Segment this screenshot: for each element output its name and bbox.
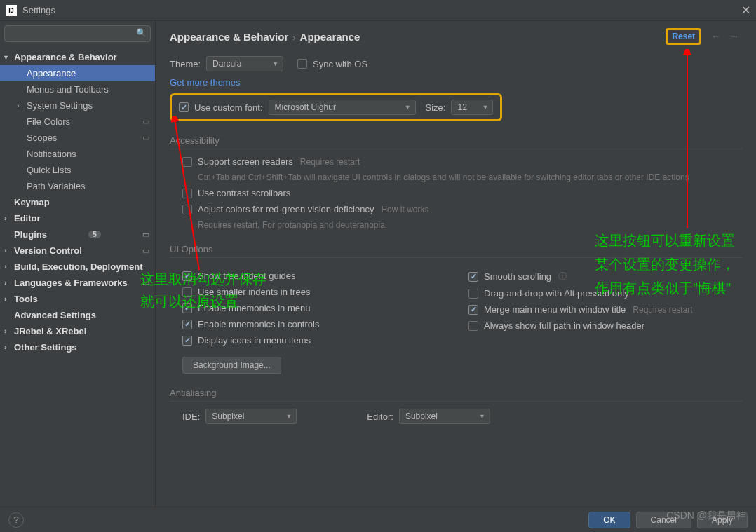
smooth-scrolling-checkbox[interactable] bbox=[468, 272, 478, 282]
sidebar-item-build-execution-deployment[interactable]: ›Build, Execution, Deployment bbox=[0, 259, 155, 275]
sidebar-item-notifications[interactable]: Notifications bbox=[0, 146, 155, 162]
cancel-button[interactable]: Cancel bbox=[636, 512, 691, 528]
mnemonics-menu-checkbox[interactable] bbox=[182, 303, 192, 313]
close-icon[interactable]: ✕ bbox=[741, 4, 750, 17]
back-icon[interactable]: ← bbox=[711, 31, 721, 42]
mnemonics-controls-checkbox[interactable] bbox=[182, 320, 192, 329]
sidebar-item-menus-and-toolbars[interactable]: Menus and Toolbars bbox=[0, 81, 155, 97]
font-select[interactable]: Microsoft Uighur▼ bbox=[269, 100, 416, 115]
font-size-label: Size: bbox=[426, 102, 446, 113]
project-badge-icon: ▭ bbox=[142, 278, 149, 287]
chevron-icon: › bbox=[4, 279, 6, 287]
search-icon: 🔍 bbox=[136, 28, 147, 38]
smaller-indents-checkbox[interactable] bbox=[182, 287, 192, 297]
sidebar-item-other-settings[interactable]: ›Other Settings bbox=[0, 339, 155, 355]
chevron-icon: › bbox=[4, 295, 6, 303]
aa-ide-select[interactable]: Subpixel▼ bbox=[205, 409, 297, 424]
ui-options-section: UI Options bbox=[170, 244, 742, 258]
font-size-select[interactable]: 12▼ bbox=[451, 100, 493, 115]
project-badge-icon: ▭ bbox=[142, 246, 149, 255]
settings-tree: ▾Appearance & BehaviorAppearanceMenus an… bbox=[0, 46, 155, 507]
theme-label: Theme: bbox=[170, 59, 201, 69]
chevron-icon: › bbox=[17, 102, 19, 109]
sidebar-item-languages-frameworks[interactable]: ›Languages & Frameworks▭ bbox=[0, 275, 155, 291]
screen-readers-checkbox[interactable] bbox=[182, 157, 192, 167]
use-custom-font-label: Use custom font: bbox=[194, 102, 263, 113]
sync-os-checkbox[interactable] bbox=[297, 59, 307, 69]
nav-arrows: ← → bbox=[708, 31, 742, 42]
sidebar-item-advanced-settings[interactable]: Advanced Settings bbox=[0, 307, 155, 323]
how-it-works-link[interactable]: How it works bbox=[381, 205, 428, 214]
chevron-icon: › bbox=[4, 263, 6, 271]
sidebar-item-appearance-behavior[interactable]: ▾Appearance & Behavior bbox=[0, 49, 155, 65]
sidebar-item-plugins[interactable]: Plugins5▭ bbox=[0, 226, 155, 243]
ok-button[interactable]: OK bbox=[588, 512, 630, 528]
sidebar-item-editor[interactable]: ›Editor bbox=[0, 210, 155, 226]
sidebar-item-version-control[interactable]: ›Version Control▭ bbox=[0, 243, 155, 259]
background-image-button[interactable]: Background Image... bbox=[182, 357, 281, 374]
window-title: Settings bbox=[22, 5, 55, 15]
sidebar-item-tools[interactable]: ›Tools bbox=[0, 291, 155, 307]
dialog-footer: ? OK Cancel Apply bbox=[0, 507, 756, 532]
sidebar-item-appearance[interactable]: Appearance bbox=[0, 65, 155, 81]
breadcrumb: Appearance & Behavior›Appearance bbox=[170, 31, 360, 43]
font-highlight: Use custom font: Microsoft Uighur▼ Size:… bbox=[170, 93, 502, 121]
accessibility-section: Accessibility bbox=[170, 135, 742, 149]
sidebar-item-file-colors[interactable]: File Colors▭ bbox=[0, 114, 155, 130]
sync-os-label: Sync with OS bbox=[313, 59, 367, 69]
sidebar-item-path-variables[interactable]: Path Variables bbox=[0, 178, 155, 194]
help-icon[interactable]: ? bbox=[8, 512, 24, 528]
sidebar-item-scopes[interactable]: Scopes▭ bbox=[0, 130, 155, 146]
search-input[interactable] bbox=[4, 25, 151, 42]
sidebar-item-jrebel-xrebel[interactable]: ›JRebel & XRebel bbox=[0, 323, 155, 339]
color-deficiency-checkbox[interactable] bbox=[182, 205, 192, 214]
merge-menu-checkbox[interactable] bbox=[468, 305, 478, 315]
display-icons-checkbox[interactable] bbox=[182, 336, 192, 346]
main-panel: Appearance & Behavior›Appearance Reset ←… bbox=[156, 21, 756, 507]
sidebar-item-quick-lists[interactable]: Quick Lists bbox=[0, 162, 155, 178]
chevron-icon: › bbox=[4, 343, 6, 351]
get-more-themes-link[interactable]: Get more themes bbox=[170, 77, 240, 88]
theme-select[interactable]: Darcula▼ bbox=[206, 56, 283, 71]
chevron-icon: › bbox=[4, 247, 6, 254]
sidebar-item-keymap[interactable]: Keymap bbox=[0, 194, 155, 210]
chevron-icon: › bbox=[4, 327, 6, 335]
app-logo-icon: IJ bbox=[6, 5, 17, 16]
forward-icon[interactable]: → bbox=[729, 31, 739, 42]
aa-editor-select[interactable]: Subpixel▼ bbox=[399, 409, 490, 424]
apply-button[interactable]: Apply bbox=[697, 512, 748, 528]
reset-button[interactable]: Reset bbox=[666, 28, 701, 45]
project-badge-icon: ▭ bbox=[142, 230, 149, 239]
dnd-alt-checkbox[interactable] bbox=[468, 289, 478, 299]
contrast-scrollbars-checkbox[interactable] bbox=[182, 189, 192, 198]
full-path-checkbox[interactable] bbox=[468, 321, 478, 331]
sidebar-item-system-settings[interactable]: ›System Settings bbox=[0, 97, 155, 114]
use-custom-font-checkbox[interactable] bbox=[179, 102, 189, 112]
antialiasing-section: Antialiasing bbox=[170, 388, 742, 402]
tree-guides-checkbox[interactable] bbox=[182, 271, 192, 281]
sidebar: 🔍 ▾Appearance & BehaviorAppearanceMenus … bbox=[0, 21, 156, 507]
chevron-icon: ▾ bbox=[4, 53, 8, 61]
chevron-icon: › bbox=[4, 214, 6, 222]
screen-readers-hint: Ctrl+Tab and Ctrl+Shift+Tab will navigat… bbox=[198, 172, 742, 182]
project-badge-icon: ▭ bbox=[142, 133, 149, 142]
project-badge-icon: ▭ bbox=[142, 117, 149, 126]
titlebar: IJ Settings ✕ bbox=[0, 0, 756, 21]
